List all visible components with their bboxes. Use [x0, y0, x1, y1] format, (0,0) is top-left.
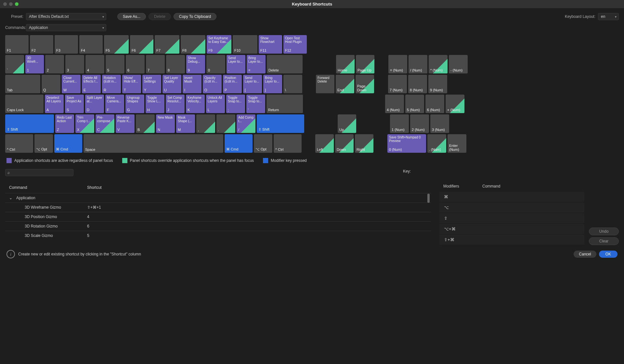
key-g[interactable]: Ungroup ShapesG: [125, 95, 144, 113]
key-m[interactable]: Mask Shape (...M: [176, 114, 195, 133]
key-forward-delete[interactable]: Forward Delete: [316, 75, 334, 93]
key-f5[interactable]: F5: [104, 35, 129, 54]
table-row[interactable]: 3D Position Gizmo4: [5, 212, 431, 221]
key--[interactable]: Send Layer to...[: [243, 75, 262, 93]
key-page-up[interactable]: Page Up: [356, 55, 374, 73]
key-i[interactable]: Invert MaskI: [183, 75, 202, 93]
key-8-num-[interactable]: 8 (Num): [408, 75, 427, 93]
key-r[interactable]: Rotation (Edit in...R: [102, 75, 121, 93]
key-caps-lock[interactable]: Caps Lock: [5, 95, 44, 113]
key-f11[interactable]: Show FlowchartF11: [259, 35, 282, 54]
key-x[interactable]: Trim Comp t...X: [75, 114, 94, 133]
key-page-down[interactable]: Page Down: [356, 75, 374, 93]
key--cmd[interactable]: ⌘ Cmd: [54, 134, 82, 153]
key-3-num-[interactable]: 3 (Num): [430, 114, 449, 133]
key-t[interactable]: Show/ Hide Eff...T: [122, 75, 141, 93]
key-end[interactable]: End: [336, 75, 354, 93]
key-f2[interactable]: F2: [30, 35, 53, 54]
key-7-num-[interactable]: 7 (Num): [388, 75, 407, 93]
key--[interactable]: Send Layer to...-: [227, 55, 245, 73]
key-right[interactable]: Right: [355, 134, 373, 153]
key-f3[interactable]: F3: [55, 35, 78, 54]
key-0-num-[interactable]: Save Shift+Numpad 0 Preview0 (Num): [387, 134, 426, 153]
key--[interactable]: Bring Layer to...=: [247, 55, 266, 73]
key-v[interactable]: Reverse Paste K...V: [116, 114, 135, 133]
key--num-[interactable]: - (Num): [449, 55, 468, 73]
key-b[interactable]: B: [136, 114, 155, 133]
key--[interactable]: ,: [196, 114, 215, 133]
key-4-num-[interactable]: 4 (Num): [385, 95, 404, 113]
table-row[interactable]: 3D Rotation Gizmo6: [5, 221, 431, 231]
key-5-num-[interactable]: 5 (Num): [405, 95, 424, 113]
table-row[interactable]: 3D Scale Gizmo5: [5, 231, 431, 240]
ok-button[interactable]: OK: [599, 251, 618, 258]
key-f[interactable]: Move Camera...F: [105, 95, 124, 113]
key-5[interactable]: 5: [106, 55, 124, 73]
key--num-[interactable]: / (Num): [409, 55, 427, 73]
key-s[interactable]: Save Project AsS: [65, 95, 84, 113]
key-a[interactable]: Deselect All LayersA: [45, 95, 64, 113]
table-row[interactable]: 3D Wireframe Gizmo⇧+⌘+1: [5, 202, 431, 212]
key--ctrl[interactable]: ^ Ctrl: [5, 134, 33, 153]
key-4[interactable]: 4: [85, 55, 104, 73]
key-6-num-[interactable]: 6 (Num): [425, 95, 444, 113]
key-f6[interactable]: F6: [130, 35, 153, 54]
modifier-row[interactable]: ⇧+⌘: [439, 235, 584, 245]
minimize-window-icon[interactable]: [9, 2, 13, 6]
key-home[interactable]: Home: [336, 55, 355, 73]
key-q[interactable]: Q: [42, 75, 60, 93]
key-f9[interactable]: Set Keyframe to Easy Eas...F9: [207, 35, 231, 54]
search-input[interactable]: [12, 170, 71, 175]
key-0[interactable]: 0: [206, 55, 225, 73]
key--[interactable]: Toggle Snap to...;: [226, 95, 245, 113]
key--num-[interactable]: + (Num): [446, 95, 464, 113]
commands-dropdown[interactable]: Application: [26, 24, 106, 31]
key-space[interactable]: Space: [84, 134, 223, 153]
key--num-[interactable]: * (Num): [429, 55, 448, 73]
scrollbar-thumb[interactable]: [427, 194, 430, 203]
command-tree[interactable]: ⌄Application3D Wireframe Gizmo⇧+⌘+13D Po…: [5, 193, 431, 240]
modifier-row[interactable]: ⇧: [439, 213, 584, 223]
key-delete[interactable]: Delete: [267, 55, 303, 73]
key-1-num-[interactable]: 1 (Num): [390, 114, 409, 133]
key-f12[interactable]: Open Test Host PluginF12: [283, 35, 307, 54]
modifier-row[interactable]: ⌥: [439, 202, 584, 213]
key-1[interactable]: 3D Wirefr...1: [25, 55, 44, 73]
key-c[interactable]: Pre-composeC: [96, 114, 114, 133]
key-k[interactable]: Keyframe Velocity...K: [186, 95, 205, 113]
layout-dropdown[interactable]: en: [598, 13, 619, 20]
key-f1[interactable]: F1: [5, 35, 29, 54]
key-8[interactable]: 8: [166, 55, 185, 73]
modifier-row[interactable]: ⌘: [439, 192, 584, 202]
key--num-[interactable]: = (Num): [388, 55, 407, 73]
search-box[interactable]: ⌕: [5, 169, 73, 176]
key-tab[interactable]: Tab: [5, 75, 40, 93]
preset-dropdown[interactable]: After Effects Default.txt: [26, 13, 106, 20]
key-e[interactable]: Delete All Effects f...E: [82, 75, 101, 93]
key-up[interactable]: Up: [338, 114, 356, 133]
undo-button[interactable]: Undo: [589, 228, 619, 235]
key--[interactable]: .: [216, 114, 235, 133]
key-n[interactable]: New MaskN: [156, 114, 175, 133]
key--opt[interactable]: ⌥ Opt: [254, 134, 272, 153]
modifier-row[interactable]: ⌥+⌘: [439, 224, 584, 234]
modifier-list[interactable]: ⌘⌥⇧⌥+⌘⇧+⌘: [439, 192, 584, 245]
clear-button[interactable]: Clear: [589, 237, 619, 245]
key-2-num-[interactable]: 2 (Num): [410, 114, 429, 133]
key-9[interactable]: Show Debug...9: [186, 55, 205, 73]
key-y[interactable]: Layer SettingsY: [142, 75, 161, 93]
key-o[interactable]: Opacity (Edit in...O: [203, 75, 222, 93]
close-window-icon[interactable]: [3, 2, 7, 6]
key-u[interactable]: Set Layer QualityU: [162, 75, 181, 93]
key-l[interactable]: Unlock All LayersL: [206, 95, 225, 113]
key--[interactable]: Bring Layer to...]: [263, 75, 282, 93]
key-2[interactable]: 2: [45, 55, 64, 73]
key-3[interactable]: 3: [65, 55, 84, 73]
key-f7[interactable]: F7: [155, 35, 179, 54]
key--[interactable]: \: [283, 75, 302, 93]
key-f4[interactable]: F4: [79, 35, 103, 54]
key--[interactable]: Toggle Snap to...': [246, 95, 265, 113]
copy-clipboard-button[interactable]: Copy To Clipboard: [174, 13, 217, 20]
cancel-button[interactable]: Cancel: [574, 251, 596, 258]
key--[interactable]: Add Comp t.../: [237, 114, 255, 133]
